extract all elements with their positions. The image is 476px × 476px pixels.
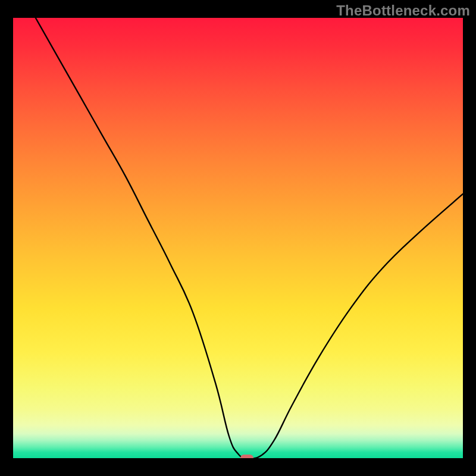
bottleneck-curve [13, 18, 463, 458]
plot-area [13, 18, 463, 458]
watermark-text: TheBottleneck.com [336, 2, 470, 19]
chart-frame: TheBottleneck.com [0, 0, 476, 476]
optimum-marker [240, 455, 253, 458]
